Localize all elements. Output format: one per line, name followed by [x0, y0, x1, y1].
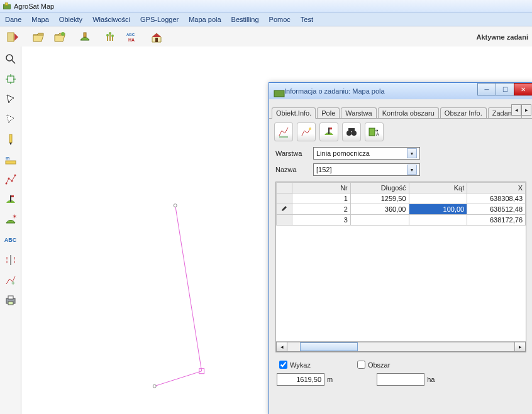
tool-measure-button[interactable]: m	[2, 151, 19, 168]
menu-test[interactable]: Test	[296, 13, 318, 26]
cell-len[interactable]: 360,00	[350, 204, 409, 215]
menu-pomoc[interactable]: Pomoc	[264, 13, 296, 26]
svg-point-19	[11, 180, 13, 182]
dlg-tool-chart2-button[interactable]	[297, 123, 316, 141]
tool-layer-new-button[interactable]: ✶	[2, 211, 19, 229]
table-row[interactable]: 11259,50638308,43	[277, 193, 526, 204]
tab-scrollers: ◂ ▸	[511, 104, 531, 116]
toolbar-open-2-button[interactable]	[50, 28, 69, 46]
svg-rect-35	[330, 128, 332, 129]
wykaz-checkbox[interactable]	[279, 361, 287, 369]
col-x[interactable]: X	[467, 183, 526, 193]
vertex-grid[interactable]: Nr Długość Kąt X 11259,50638308,432360,0…	[275, 182, 526, 352]
tool-zoom-button[interactable]	[2, 50, 19, 68]
tab-scroll-left[interactable]: ◂	[511, 104, 521, 116]
svg-rect-2	[8, 33, 14, 41]
cell-len[interactable]	[350, 215, 409, 226]
toolbar-open-1-button[interactable]	[29, 28, 48, 46]
svg-rect-34	[328, 128, 330, 134]
obszar-value-field[interactable]	[377, 373, 424, 386]
row-indicator	[277, 193, 292, 204]
dialog-title: Informacja o zadaniu: Mapa pola	[284, 87, 385, 95]
obszar-checkbox[interactable]	[357, 361, 365, 369]
svg-rect-1	[5, 3, 8, 5]
warstwa-select[interactable]: Linia pomocnicza ▾	[313, 147, 420, 160]
cell-ang[interactable]	[409, 193, 467, 204]
cell-nr[interactable]: 3	[292, 215, 351, 226]
tool-marker-button[interactable]	[2, 191, 19, 209]
dialog-minimize-button[interactable]: ─	[477, 83, 496, 95]
scroll-thumb[interactable]	[300, 342, 358, 351]
tab-warstwa[interactable]: Warstwa	[341, 107, 376, 118]
col-rowhead[interactable]	[277, 183, 292, 193]
cell-x[interactable]: 638512,48	[467, 204, 526, 215]
tool-abc-button[interactable]: ABC	[2, 231, 19, 249]
svg-rect-16	[6, 161, 16, 164]
svg-text:+: +	[11, 280, 15, 286]
col-nr[interactable]: Nr	[292, 183, 351, 193]
dlg-tool-replace-button[interactable]: A	[365, 123, 384, 141]
tool-polyline-button[interactable]	[2, 171, 19, 188]
tab-obszar-info[interactable]: Obszar Info.	[440, 107, 487, 118]
scroll-left-button[interactable]: ◂	[276, 342, 287, 352]
active-task-label: Aktywne zadani	[476, 33, 528, 41]
wykaz-unit: m	[327, 376, 333, 383]
svg-rect-38	[348, 128, 355, 131]
menu-wlasciwosci[interactable]: Właściwości	[87, 13, 135, 26]
toolbar-exit-button[interactable]	[4, 28, 23, 46]
wykaz-value-field[interactable]: 1619,50	[277, 373, 324, 386]
table-row[interactable]: 3638172,76	[277, 215, 526, 226]
tab-obiekt-info[interactable]: Obiekt.Info.	[272, 107, 316, 119]
tool-pointer-dashed-button[interactable]	[2, 111, 19, 128]
toolbar-home-button[interactable]	[147, 28, 166, 46]
col-ang[interactable]: Kąt	[409, 183, 467, 193]
cell-nr[interactable]: 2	[292, 204, 351, 215]
cell-len[interactable]: 1259,50	[350, 193, 409, 204]
svg-line-12	[12, 60, 15, 63]
nazwa-select[interactable]: [152] ▾	[313, 163, 420, 176]
tab-scroll-right[interactable]: ▸	[521, 104, 531, 116]
menu-dane[interactable]: Dane	[0, 13, 26, 26]
dlg-tool-chart1-button[interactable]	[274, 123, 293, 141]
cell-nr[interactable]: 1	[292, 193, 351, 204]
toolbar-abc-ha-button[interactable]: ABCHA	[122, 28, 141, 46]
tool-pencil-button[interactable]	[2, 131, 19, 148]
table-row[interactable]: 2360,00100,00638512,48	[277, 204, 526, 215]
cell-ang[interactable]	[409, 215, 467, 226]
cell-ang[interactable]: 100,00	[409, 204, 467, 215]
svg-point-36	[346, 131, 352, 136]
grid-hscroll[interactable]: ◂ ▸	[276, 341, 526, 352]
toolbar-field-button[interactable]	[75, 28, 94, 46]
dialog-close-button[interactable]: ✕	[514, 83, 532, 95]
vertex-table: Nr Długość Kąt X 11259,50638308,432360,0…	[276, 182, 526, 226]
menu-bestilling[interactable]: Bestilling	[226, 13, 264, 26]
tool-sidebar: m ✶ ABC +	[0, 46, 21, 414]
main-window: AgroSat Map Dane Mapa Obiekty Właściwośc…	[0, 0, 532, 414]
dlg-tool-marker-button[interactable]	[319, 123, 338, 141]
tab-kontrola-obszaru[interactable]: Kontrola obszaru	[378, 107, 439, 118]
col-len[interactable]: Długość	[350, 183, 409, 193]
svg-text:ABC: ABC	[126, 33, 135, 36]
toolbar-plants-button[interactable]	[101, 28, 119, 46]
menu-mapa-pola[interactable]: Mapa pola	[184, 13, 226, 26]
cell-x[interactable]: 638172,76	[467, 215, 526, 226]
tool-toggle-button[interactable]	[2, 251, 19, 269]
tool-pointer-button[interactable]	[2, 90, 19, 108]
cell-x[interactable]: 638308,43	[467, 193, 526, 204]
dialog-maximize-button[interactable]: ☐	[496, 83, 514, 95]
dialog-titlebar[interactable]: Informacja o zadaniu: Mapa pola ─ ☐ ✕	[269, 83, 532, 99]
tab-pole[interactable]: Pole	[317, 107, 340, 118]
menu-obiekty[interactable]: Obiekty	[54, 13, 87, 26]
chevron-down-icon: ▾	[407, 148, 417, 158]
tool-route-add-button[interactable]: +	[2, 271, 19, 289]
svg-text:m: m	[6, 156, 9, 160]
menu-mapa[interactable]: Mapa	[26, 13, 54, 26]
tool-pan-button[interactable]	[2, 70, 19, 88]
scroll-track[interactable]	[287, 342, 515, 352]
menu-gps-logger[interactable]: GPS-Logger	[135, 13, 184, 26]
dlg-tool-binoculars-button[interactable]	[342, 123, 361, 141]
main-titlebar: AgroSat Map	[0, 0, 532, 13]
svg-point-37	[352, 131, 357, 136]
scroll-right-button[interactable]: ▸	[514, 342, 526, 352]
tool-print-button[interactable]	[2, 291, 19, 309]
